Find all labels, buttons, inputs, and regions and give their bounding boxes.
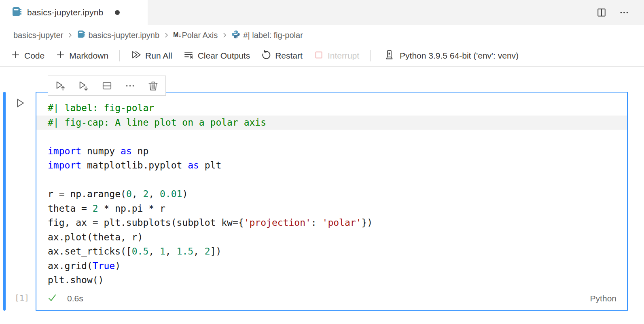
restart-label: Restart (275, 51, 303, 61)
breadcrumb: basics-jupyter basics-jupyter.ipynb M↓ P… (0, 25, 644, 45)
split-cell-icon[interactable] (101, 80, 113, 92)
more-actions-icon[interactable] (618, 6, 630, 19)
breadcrumb-section-label: Polar Axis (182, 31, 218, 40)
code-line: #| fig-cap: A line plot on a polar axis (36, 116, 627, 130)
notebook-editor: [1] (0, 67, 644, 324)
code-line: theta = 2 * np.pi * r (36, 202, 627, 216)
tab-bar: basics-jupyter.ipynb (0, 0, 644, 25)
notebook-file-icon (11, 6, 22, 19)
vscode-window: basics-jupyter.ipynb basics-jupyter (0, 0, 644, 324)
add-code-cell-button[interactable]: Code (11, 50, 44, 62)
restart-icon (261, 50, 271, 62)
breadcrumb-section[interactable]: M↓ Polar Axis (173, 31, 218, 40)
tabstrip-empty-area (148, 0, 644, 25)
code-line: #| label: fig-polar (36, 101, 627, 116)
code-line: r = np.arange(0, 2, 0.01) (36, 187, 627, 202)
execute-above-cells-icon[interactable] (55, 80, 67, 92)
chevron-right-icon (163, 32, 170, 39)
code-line: ax.plot(theta, r) (36, 230, 627, 245)
code-line (36, 130, 627, 144)
code-line: plt.show() (36, 273, 627, 288)
chevron-right-icon (66, 32, 74, 39)
execute-cell-and-below-icon[interactable] (78, 80, 90, 92)
execution-time: 0.6s (67, 294, 580, 303)
clear-outputs-icon (183, 49, 194, 62)
delete-cell-icon[interactable] (147, 80, 159, 92)
add-markdown-label: Markdown (69, 51, 108, 61)
modified-dot-icon[interactable] (115, 10, 120, 15)
toolbar-divider (370, 50, 371, 61)
code-line: ax.grid(True) (36, 259, 627, 274)
code-line: import matplotlib.pyplot as plt (36, 158, 627, 173)
code-cell[interactable]: #| label: fig-polar#| fig-cap: A line pl… (36, 92, 628, 311)
code-line: ax.set_rticks([0.5, 1, 1.5, 2]) (36, 244, 627, 259)
run-cell-button[interactable] (13, 96, 27, 110)
clear-outputs-label: Clear Outputs (198, 51, 250, 61)
code-line (36, 173, 627, 187)
code-editor[interactable]: #| label: fig-polar#| fig-cap: A line pl… (36, 93, 627, 288)
breadcrumb-cell[interactable]: #| label: fig-polar (231, 30, 303, 41)
notebook-toolbar: Code Markdown Run All Clear (0, 45, 644, 67)
python-logo-icon (231, 30, 240, 41)
restart-kernel-button[interactable]: Restart (261, 50, 303, 62)
interrupt-button[interactable]: Interrupt (314, 50, 359, 62)
execution-count: [1] (11, 293, 32, 303)
plus-icon (11, 50, 21, 62)
breadcrumb-file[interactable]: basics-jupyter.ipynb (77, 30, 159, 40)
kernel-picker[interactable]: Python 3.9.5 64-bit ('env': venv) (384, 49, 519, 62)
cell-focus-indicator[interactable] (3, 92, 6, 311)
cell-language-picker[interactable]: Python (590, 294, 616, 303)
code-line: import numpy as np (36, 144, 627, 159)
toolbar-divider (119, 50, 120, 61)
kernel-server-icon (384, 49, 395, 62)
kernel-label: Python 3.9.5 64-bit ('env': venv) (400, 51, 519, 61)
breadcrumb-folder-label: basics-jupyter (13, 31, 63, 40)
cell-toolbar (48, 76, 166, 96)
run-all-label: Run All (145, 51, 172, 61)
code-line: fig, ax = plt.subplots(subplot_kw={'proj… (36, 216, 627, 230)
notebook-file-icon (77, 30, 85, 40)
chevron-right-icon (221, 32, 228, 39)
more-cell-actions-icon[interactable] (124, 80, 136, 92)
plus-icon (55, 50, 66, 62)
clear-outputs-button[interactable]: Clear Outputs (183, 49, 250, 62)
breadcrumb-file-label: basics-jupyter.ipynb (88, 31, 159, 40)
split-editor-icon[interactable] (595, 6, 608, 19)
tab-title: basics-jupyter.ipynb (27, 8, 103, 17)
interrupt-label: Interrupt (328, 51, 359, 61)
interrupt-stop-icon (314, 50, 324, 62)
success-check-icon (47, 292, 57, 305)
run-all-button[interactable]: Run All (131, 49, 172, 62)
breadcrumb-folder[interactable]: basics-jupyter (13, 31, 63, 40)
tab-basics-jupyter[interactable]: basics-jupyter.ipynb (0, 0, 148, 25)
run-all-icon (131, 49, 142, 62)
cell-status-bar: 0.6s Python (36, 287, 627, 310)
markdown-header-icon: M↓ (173, 32, 181, 39)
add-markdown-cell-button[interactable]: Markdown (55, 50, 108, 62)
breadcrumb-cell-label: #| label: fig-polar (243, 31, 303, 40)
add-code-label: Code (24, 51, 44, 61)
